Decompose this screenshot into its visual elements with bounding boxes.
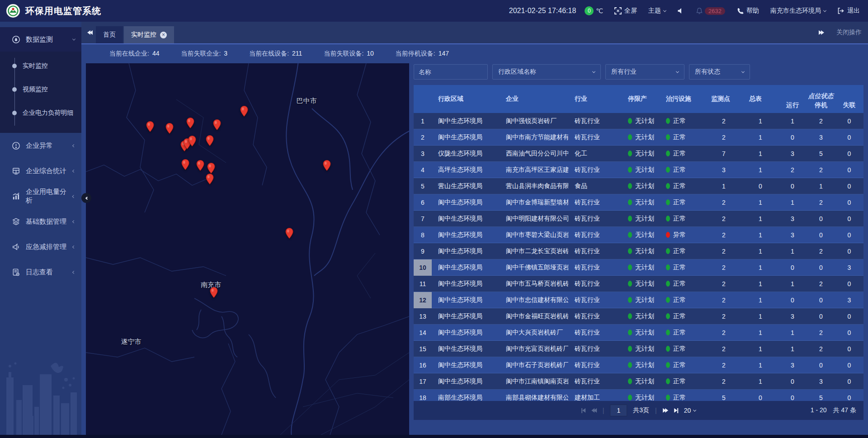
log-icon: [12, 268, 20, 277]
table-row[interactable]: 16 阆中生态环境局 阆中市石子页岩机砖厂 砖瓦行业 无计划 正常 2 1 3 …: [414, 357, 863, 373]
table-row[interactable]: 15 阆中生态环境局 阆中市光富页岩机砖厂 砖瓦行业 无计划 正常 2 1 1 …: [414, 341, 863, 357]
sidebar-item-enterprise-statistics[interactable]: 企业综合统计: [0, 158, 81, 184]
map-pin[interactable]: [181, 159, 189, 170]
next-page-button[interactable]: [663, 408, 668, 413]
cell-points: 1: [705, 183, 743, 190]
theme-menu[interactable]: 主题: [648, 7, 666, 15]
cell-limit: 无计划: [622, 377, 660, 386]
cell-industry: 砖瓦行业: [568, 361, 622, 369]
mute-button[interactable]: [677, 7, 684, 14]
map-pin[interactable]: [165, 123, 174, 134]
column-lost: 失联: [835, 100, 863, 109]
page-size-select[interactable]: 20: [684, 407, 696, 414]
table-row[interactable]: 14 阆中生态环境局 阆中大兴页岩机砖厂 砖瓦行业 无计划 正常 2 1 1 2…: [414, 325, 863, 341]
map-pin[interactable]: [323, 160, 331, 171]
column-industry: 行业: [568, 95, 622, 103]
table-row[interactable]: 12 阆中生态环境局 阆中市忠信建材有限公 砖瓦行业 无计划 正常 2 1 0 …: [414, 292, 863, 308]
table-row[interactable]: 11 阆中生态环境局 阆中市五马桥页岩机砖 砖瓦行业 无计划 正常 2 1 1 …: [414, 276, 863, 292]
stat-item: 当前停机设备: 147: [396, 50, 449, 58]
close-tab-icon[interactable]: [160, 32, 167, 38]
sidebar-item-emergency-reduction[interactable]: 应急减排管理: [0, 234, 81, 259]
table-row[interactable]: 3 仪陇生态环境局 西南油气田分公司川中 化工 无计划 正常 7 1 3 5 0: [414, 146, 863, 162]
map-pin[interactable]: [206, 135, 214, 146]
table-row[interactable]: 17 阆中生态环境局 阆中市江南镇阆南页岩 砖瓦行业 无计划 正常 2 1 0 …: [414, 373, 863, 390]
table-row[interactable]: 7 阆中生态环境局 阆中明阳建材有限公司 砖瓦行业 无计划 正常 2 1 3 0…: [414, 211, 863, 227]
map-pin[interactable]: [186, 118, 194, 129]
fullscreen-button[interactable]: 全屏: [614, 7, 637, 15]
region-select[interactable]: 行政区域名称: [492, 64, 601, 80]
first-page-button[interactable]: [581, 408, 585, 413]
table-row[interactable]: 2 阆中生态环境局 阆中市南方节能建材有 砖瓦行业 无计划 正常 2 1 0 3…: [414, 129, 863, 146]
map-pin[interactable]: [188, 136, 196, 147]
status-select[interactable]: 所有状态: [689, 64, 750, 80]
temperature-badge: 0: [585, 6, 594, 15]
last-page-button[interactable]: [674, 408, 678, 413]
tab-realtime-monitoring[interactable]: 实时监控: [124, 26, 174, 43]
cell-points: 2: [705, 362, 743, 369]
map-pin[interactable]: [196, 160, 204, 171]
cell-limit: 无计划: [622, 182, 660, 190]
cell-stopped: 5: [807, 394, 835, 401]
help-button[interactable]: 帮助: [736, 7, 759, 15]
cell-industry: 砖瓦行业: [568, 345, 622, 353]
table-row[interactable]: 5 营山生态环境局 营山县润丰肉食品有限 食品 无计划 正常 1 0 0 1 0: [414, 178, 863, 194]
layers-icon: [12, 217, 20, 226]
status-dot: [666, 313, 670, 319]
prev-page-button[interactable]: [591, 408, 597, 413]
tabs-scroll-right-button[interactable]: [819, 30, 824, 35]
cell-stopped: 3: [807, 134, 835, 141]
chevron-left-icon: [72, 144, 75, 147]
cell-region: 阆中生态环境局: [432, 377, 493, 386]
table-row[interactable]: 8 阆中生态环境局 阆中市枣碧大梁山页岩 砖瓦行业 无计划 异常 2 1 3 0…: [414, 227, 863, 243]
page-number-input[interactable]: 1: [610, 405, 627, 416]
table-row[interactable]: 10 阆中生态环境局 阆中千佛镇五郎垭页岩 砖瓦行业 无计划 正常 2 1 0 …: [414, 259, 863, 276]
sidebar-item-power-usage-analysis[interactable]: 企业用电量分析: [0, 184, 81, 209]
cell-limit: 无计划: [622, 312, 660, 320]
map-pin[interactable]: [146, 121, 154, 132]
close-operations-button[interactable]: 关闭操作: [836, 28, 862, 37]
status-dot: [666, 167, 670, 173]
table-row[interactable]: 6 阆中生态环境局 阆中市金博瑞新型墙材 砖瓦行业 无计划 正常 2 1 1 2…: [414, 194, 863, 211]
cell-points: 3: [705, 166, 743, 174]
map-pin[interactable]: [285, 228, 293, 239]
cell-meter: 1: [743, 329, 778, 336]
sidebar-item-enterprise-abnormal[interactable]: 企业异常: [0, 133, 81, 158]
sidebar-item-data-monitoring[interactable]: 数据监测: [0, 27, 81, 52]
logout-button[interactable]: 退出: [837, 7, 860, 15]
chevron-left-icon: [72, 169, 75, 172]
map-pin[interactable]: [213, 119, 221, 131]
map-panel[interactable]: 巴中市南充市遂宁市: [86, 63, 409, 435]
table-row[interactable]: 13 阆中生态环境局 阆中市金福旺页岩机砖 砖瓦行业 无计划 正常 2 1 3 …: [414, 308, 863, 325]
column-running: 运行: [778, 100, 807, 109]
map-pin[interactable]: [207, 163, 215, 174]
sidebar-item-video-monitoring[interactable]: 视频监控: [0, 78, 81, 101]
tab-home[interactable]: 首页: [96, 26, 123, 43]
cell-points: 2: [705, 118, 743, 125]
notification-bell[interactable]: 2632: [696, 7, 725, 15]
collapse-sidebar-button[interactable]: [81, 193, 91, 203]
org-menu[interactable]: 南充市生态环境局: [770, 7, 826, 15]
sidebar-item-realtime-monitoring[interactable]: 实时监控: [0, 54, 81, 78]
cell-region: 仪陇生态环境局: [432, 150, 493, 158]
sidebar-item-log-view[interactable]: 日志查看: [0, 259, 81, 285]
industry-select[interactable]: 所有行业: [605, 64, 684, 80]
table-row[interactable]: 9 阆中生态环境局 阆中市二龙长宝页岩砖 砖瓦行业 无计划 正常 2 1 1 2…: [414, 243, 863, 259]
cell-lost: 0: [835, 134, 863, 141]
table-row[interactable]: 4 高坪生态环境局 南充市高坪区王家店建 砖瓦行业 无计划 正常 3 1 2 2…: [414, 162, 863, 178]
name-filter-input[interactable]: [414, 64, 488, 80]
notification-count: 2632: [705, 7, 725, 15]
map-pin[interactable]: [210, 287, 218, 298]
cell-stopped: 2: [807, 118, 835, 125]
map-pin[interactable]: [240, 105, 248, 117]
cell-region: 阆中生态环境局: [432, 345, 493, 353]
cell-facility: 正常: [660, 329, 705, 337]
sidebar-item-basic-data-management[interactable]: 基础数据管理: [0, 209, 81, 234]
cell-stopped: 0: [807, 215, 835, 222]
tabs-scroll-left-button[interactable]: [84, 22, 96, 43]
table-row[interactable]: 18 南部生态环境局 南部县砌体建材有限公 建材加工 无计划 正常 5 0 0 …: [414, 390, 863, 401]
cell-lost: 0: [835, 313, 863, 320]
window-bottom-edge: [0, 435, 868, 438]
table-row[interactable]: 1 阆中生态环境局 阆中强锐页岩砖厂 砖瓦行业 无计划 正常 2 1 1 2 0: [414, 113, 863, 129]
sidebar-item-power-load-detail[interactable]: 企业电力负荷明细: [0, 101, 81, 125]
map-pin[interactable]: [206, 174, 214, 185]
